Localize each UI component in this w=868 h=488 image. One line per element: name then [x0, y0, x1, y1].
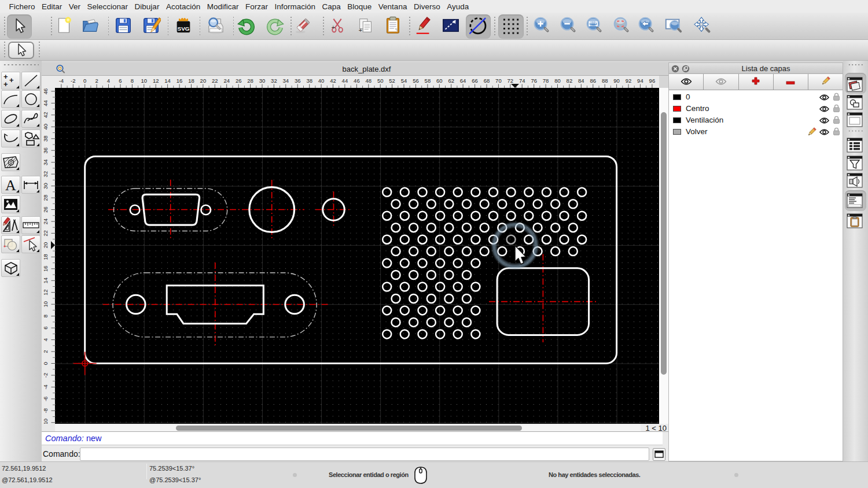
svg-text:0: 0: [42, 362, 49, 365]
svg-text:24: 24: [42, 219, 49, 225]
svg-text:-2: -2: [42, 373, 49, 378]
svg-text:+: +: [332, 24, 335, 31]
svg-text:32: 32: [42, 171, 49, 178]
svg-text:-10: -10: [42, 419, 49, 424]
svg-text:76: 76: [531, 77, 537, 84]
svg-text:84: 84: [578, 77, 584, 84]
svg-text:2: 2: [95, 77, 98, 84]
svg-text:60: 60: [436, 77, 443, 84]
svg-text:+: +: [359, 27, 362, 34]
svg-text:-4: -4: [59, 77, 64, 84]
svg-text:26: 26: [236, 77, 242, 84]
svg-text:14: 14: [42, 278, 49, 284]
svg-text:68: 68: [484, 77, 490, 84]
svg-text:20: 20: [42, 242, 49, 249]
svg-text:34: 34: [283, 77, 289, 84]
svg-text:28: 28: [247, 77, 253, 84]
svg-text:10: 10: [141, 77, 148, 84]
svg-text:-6: -6: [42, 397, 49, 401]
svg-text:48: 48: [366, 77, 372, 84]
svg-text:12: 12: [42, 289, 49, 295]
svg-text:12: 12: [153, 77, 159, 84]
svg-text:38: 38: [42, 136, 49, 142]
svg-text:70: 70: [495, 77, 502, 84]
svg-text:4: 4: [42, 338, 49, 341]
svg-text:56: 56: [413, 77, 419, 84]
svg-text:96: 96: [649, 77, 656, 84]
svg-text:88: 88: [602, 77, 608, 84]
svg-text:+: +: [9, 76, 14, 84]
svg-text:40: 40: [42, 124, 49, 130]
svg-text:6: 6: [42, 326, 49, 329]
svg-text:28: 28: [42, 195, 49, 201]
svg-text:94: 94: [637, 77, 643, 84]
svg-text:80: 80: [554, 77, 561, 84]
svg-text:78: 78: [543, 77, 549, 84]
svg-text:58: 58: [425, 77, 431, 84]
svg-text:74: 74: [519, 77, 525, 84]
svg-text:52: 52: [389, 77, 395, 84]
svg-text:54: 54: [401, 77, 407, 84]
svg-text:-4: -4: [42, 385, 49, 389]
svg-text:92: 92: [626, 77, 632, 84]
svg-text:18: 18: [42, 254, 49, 260]
svg-text:50: 50: [377, 77, 384, 84]
svg-text:16: 16: [42, 266, 49, 272]
svg-text:8: 8: [131, 77, 134, 84]
svg-text:90: 90: [613, 77, 620, 84]
svg-text:A: A: [5, 177, 16, 193]
svg-text:18: 18: [188, 77, 194, 84]
svg-text:22: 22: [42, 230, 49, 236]
svg-text:30: 30: [259, 77, 266, 84]
svg-text:38: 38: [306, 77, 312, 84]
svg-text:8: 8: [42, 315, 49, 317]
svg-text:34: 34: [42, 159, 49, 165]
svg-text:46: 46: [42, 88, 49, 95]
svg-text:4: 4: [107, 77, 110, 84]
svg-text:44: 44: [42, 100, 49, 106]
svg-text:40: 40: [318, 77, 325, 84]
svg-text:64: 64: [460, 77, 466, 84]
svg-text:10: 10: [42, 301, 49, 308]
svg-text:26: 26: [42, 206, 49, 213]
svg-text:32: 32: [271, 77, 277, 84]
svg-text:16: 16: [176, 77, 183, 84]
svg-text:86: 86: [590, 77, 597, 84]
svg-text:-8: -8: [42, 408, 49, 413]
svg-text:14: 14: [164, 77, 171, 84]
svg-text:46: 46: [354, 77, 360, 84]
svg-text:24: 24: [223, 77, 230, 84]
svg-text:6: 6: [119, 77, 122, 84]
svg-text:SVG: SVG: [178, 25, 190, 32]
svg-text:20: 20: [200, 77, 207, 84]
svg-text:2: 2: [42, 350, 49, 353]
svg-text:42: 42: [42, 112, 49, 119]
svg-text:44: 44: [342, 77, 348, 84]
svg-text:42: 42: [330, 77, 336, 84]
svg-text:+: +: [3, 80, 8, 88]
svg-text:36: 36: [295, 77, 301, 84]
svg-text:62: 62: [448, 77, 454, 84]
svg-text:66: 66: [472, 77, 478, 84]
svg-text:0: 0: [83, 77, 86, 84]
svg-text:72: 72: [507, 77, 514, 84]
svg-text:30: 30: [42, 183, 49, 189]
svg-text:82: 82: [567, 77, 573, 84]
svg-text:22: 22: [212, 77, 218, 84]
svg-text:36: 36: [42, 147, 49, 154]
svg-text:-2: -2: [71, 77, 75, 84]
